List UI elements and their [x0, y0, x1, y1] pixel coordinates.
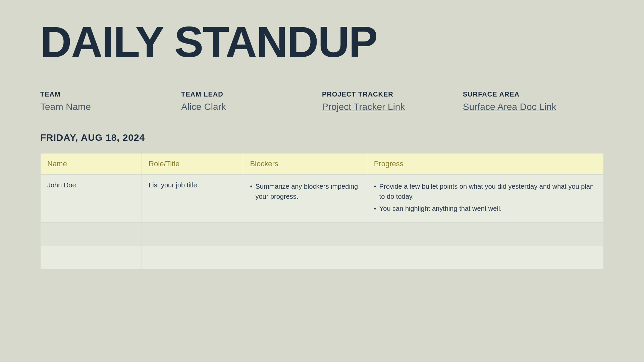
cell-role: List your job title. — [142, 175, 243, 223]
meta-team: TEAM Team Name — [40, 90, 181, 112]
cell-empty — [367, 223, 603, 246]
table-row-empty-3 — [41, 246, 604, 269]
cell-empty — [367, 246, 603, 269]
meta-project-tracker-link[interactable]: Project Tracker Link — [322, 102, 449, 112]
cell-empty — [142, 223, 243, 246]
meta-section: TEAM Team Name TEAM LEAD Alice Clark PRO… — [40, 90, 604, 112]
cell-empty — [41, 223, 142, 246]
meta-team-value: Team Name — [40, 102, 168, 112]
cell-progress: Provide a few bullet points on what you … — [367, 175, 603, 223]
cell-empty — [142, 246, 243, 269]
table-header-row: Name Role/Title Blockers Progress — [41, 154, 604, 175]
cell-empty — [243, 223, 367, 246]
col-header-name: Name — [41, 154, 142, 175]
date-heading: FRIDAY, AUG 18, 2024 — [40, 132, 604, 143]
meta-team-label: TEAM — [40, 90, 168, 98]
standup-table: Name Role/Title Blockers Progress John D… — [40, 153, 604, 269]
col-header-role: Role/Title — [142, 154, 243, 175]
meta-project-tracker: PROJECT TRACKER Project Tracker Link — [322, 90, 463, 112]
table-row-empty-2 — [41, 223, 604, 246]
meta-team-lead: TEAM LEAD Alice Clark — [181, 90, 322, 112]
cell-name: John Doe — [41, 175, 142, 223]
meta-team-lead-label: TEAM LEAD — [181, 90, 309, 98]
meta-surface-area-label: SURFACE AREA — [463, 90, 590, 98]
cell-empty — [243, 246, 367, 269]
cell-blockers: Summarize any blockers impeding your pro… — [243, 175, 367, 223]
col-header-progress: Progress — [367, 154, 603, 175]
meta-team-lead-value: Alice Clark — [181, 102, 309, 112]
meta-surface-area: SURFACE AREA Surface Area Doc Link — [463, 90, 604, 112]
page-title: DAILY STANDUP — [40, 20, 604, 64]
col-header-blockers: Blockers — [243, 154, 367, 175]
table-row: John DoeList your job title.Summarize an… — [41, 175, 604, 223]
meta-project-tracker-label: PROJECT TRACKER — [322, 90, 449, 98]
meta-surface-area-link[interactable]: Surface Area Doc Link — [463, 102, 590, 112]
cell-empty — [41, 246, 142, 269]
